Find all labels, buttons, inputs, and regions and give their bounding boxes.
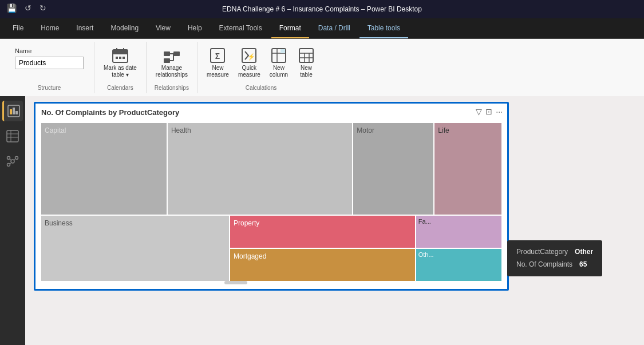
ribbon-group-calendars: Mark as datetable ▾ Calendars (94, 42, 147, 93)
chart-container: No. Of Complaints by ProductCategory ▽ ⊡… (34, 102, 509, 291)
chart-icons: ▽ ⊡ ··· (476, 107, 503, 116)
svg-rect-1 (113, 50, 128, 54)
group-label-calendars: Calendars (107, 85, 133, 91)
undo-button[interactable]: ↺ (22, 2, 34, 14)
tooltip: ProductCategory Other No. Of Complaints … (507, 240, 602, 276)
manage-relationships-label: Managerelationships (156, 65, 188, 78)
svg-rect-28 (13, 108, 15, 114)
left-sidebar (0, 96, 25, 345)
treemap-cell-business[interactable]: Business (41, 216, 229, 281)
new-measure-button[interactable]: Σ Newmeasure (203, 44, 232, 81)
ribbon-tab-bar: File Home Insert Modeling View Help Exte… (0, 18, 644, 39)
svg-point-35 (7, 157, 10, 160)
tab-modeling[interactable]: Modeling (102, 18, 147, 38)
svg-rect-7 (164, 51, 170, 56)
tab-help[interactable]: Help (180, 18, 210, 38)
svg-rect-8 (173, 51, 180, 56)
mark-as-date-table-button[interactable]: Mark as datetable ▾ (100, 44, 140, 81)
quick-measure-button[interactable]: ⚡ Quickmeasure (235, 44, 264, 81)
new-measure-label: Newmeasure (207, 65, 229, 78)
svg-rect-6 (123, 57, 125, 59)
treemap-cell-property[interactable]: Property (230, 216, 415, 248)
svg-rect-5 (119, 57, 121, 59)
treemap-cell-mortgaged[interactable]: Mortgaged (230, 249, 415, 281)
treemap-cell-motor[interactable]: Motor (353, 123, 433, 215)
tooltip-val-category: Other (575, 246, 593, 259)
save-button[interactable]: 💾 (5, 2, 19, 14)
group-label-structure: Structure (38, 85, 61, 91)
treemap-cell-other[interactable]: Oth... (416, 249, 501, 281)
tooltip-key-category: ProductCategory (516, 246, 568, 259)
sidebar-item-report[interactable] (2, 101, 23, 121)
manage-relationships-button[interactable]: Managerelationships (152, 44, 191, 81)
group-label-relationships: Relationships (155, 85, 189, 91)
svg-rect-4 (116, 57, 118, 59)
tab-data-drill[interactable]: Data / Drill (310, 18, 358, 38)
quick-measure-icon: ⚡ (240, 46, 258, 65)
more-options-icon[interactable]: ··· (496, 107, 503, 116)
quick-measure-label: Quickmeasure (238, 65, 260, 78)
treemap-cell-capital[interactable]: Capital (41, 123, 167, 215)
svg-rect-20 (280, 49, 285, 53)
svg-rect-27 (10, 109, 12, 114)
new-table-icon (297, 46, 315, 65)
name-field-input[interactable] (15, 57, 84, 69)
tab-table-tools[interactable]: Table tools (359, 18, 408, 38)
new-table-label: Newtable (300, 65, 313, 78)
treemap: Capital Health Motor Life (41, 123, 501, 281)
new-measure-icon: Σ (208, 46, 227, 65)
svg-rect-29 (15, 111, 18, 114)
tab-external-tools[interactable]: External Tools (211, 18, 270, 38)
svg-line-40 (10, 162, 11, 164)
svg-point-37 (7, 164, 10, 166)
relationships-icon (163, 46, 181, 65)
tooltip-row-2: No. Of Complaints 65 (516, 259, 593, 271)
svg-text:Σ: Σ (215, 51, 220, 61)
ribbon-content: Name Structure Mark as (0, 39, 644, 96)
group-label-calculations: Calculations (246, 85, 276, 91)
treemap-cell-family[interactable]: Fa... (416, 216, 501, 248)
tooltip-key-complaints: No. Of Complaints (516, 259, 572, 271)
calendar-icon (111, 46, 129, 65)
treemap-cell-health[interactable]: Health (168, 123, 352, 215)
svg-rect-30 (7, 130, 18, 142)
name-field-label: Name (15, 47, 31, 54)
title-text: EDNA Challenge # 6 – Insurance Complaint… (222, 5, 422, 13)
treemap-row-2: Business Property Fa... Mortgaged (41, 216, 501, 281)
ribbon-group-relationships: Managerelationships Relationships (147, 42, 197, 93)
tooltip-val-complaints: 65 (579, 259, 587, 271)
svg-line-38 (10, 158, 11, 160)
filter-icon[interactable]: ▽ (476, 107, 482, 116)
treemap-cell-life[interactable]: Life (434, 123, 501, 215)
sidebar-item-model[interactable] (2, 151, 23, 172)
new-column-label: Newcolumn (270, 65, 288, 78)
scroll-handle[interactable] (224, 281, 247, 284)
main-canvas: No. Of Complaints by ProductCategory ▽ ⊡… (25, 96, 644, 345)
treemap-row-1: Capital Health Motor Life (41, 123, 501, 215)
treemap-right-col: Property Fa... Mortgaged Oth... (230, 216, 501, 281)
sidebar-item-data[interactable] (2, 126, 23, 146)
svg-rect-9 (164, 58, 170, 63)
tab-view[interactable]: View (148, 18, 179, 38)
quick-access-toolbar: 💾 ↺ ↻ (5, 2, 49, 14)
tab-home[interactable]: Home (33, 18, 67, 38)
ribbon-group-name: Name Structure (5, 42, 94, 93)
svg-text:⚡: ⚡ (247, 53, 255, 61)
new-column-icon (270, 46, 288, 65)
tooltip-row-1: ProductCategory Other (516, 246, 593, 259)
redo-button[interactable]: ↻ (37, 2, 49, 14)
chart-title: No. Of Complaints by ProductCategory (35, 104, 507, 119)
ribbon-group-calculations: Σ Newmeasure ⚡ Quickmeasure (197, 42, 325, 93)
tab-insert[interactable]: Insert (68, 18, 101, 38)
svg-rect-21 (299, 49, 313, 62)
expand-icon[interactable]: ⊡ (485, 107, 492, 116)
mark-as-date-table-label: Mark as datetable ▾ (104, 65, 137, 78)
tab-format[interactable]: Format (271, 18, 309, 38)
svg-line-39 (14, 158, 15, 160)
new-column-button[interactable]: Newcolumn (266, 44, 291, 81)
tab-file[interactable]: File (5, 18, 31, 38)
new-table-button[interactable]: Newtable (294, 44, 319, 81)
svg-point-36 (15, 157, 18, 160)
